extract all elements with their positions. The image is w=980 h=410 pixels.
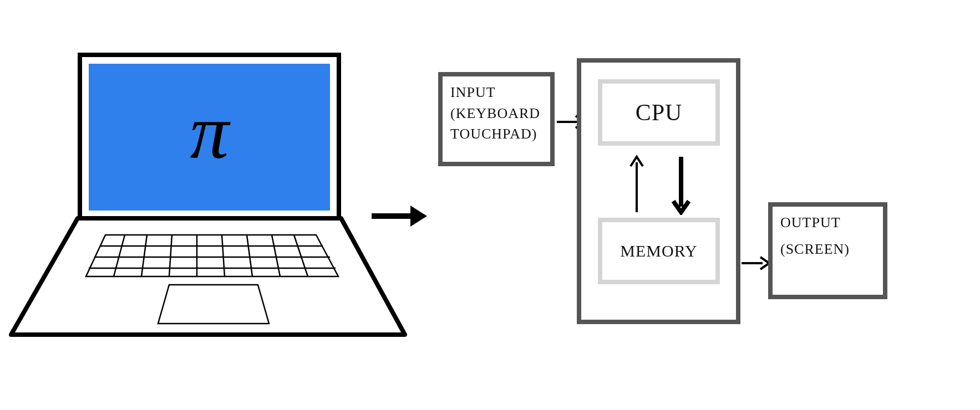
input-detail-line1: (KEYBOARD: [450, 103, 542, 124]
laptop-illustration: π: [78, 53, 341, 222]
memory-label: MEMORY: [620, 239, 697, 263]
diagram-root: π: [0, 0, 980, 410]
input-box: INPUT (KEYBOARD TOUCHPAD): [438, 72, 555, 166]
input-detail-line2: TOUCHPAD): [450, 124, 542, 145]
arrow-memory-to-cpu-icon: [626, 154, 648, 215]
laptop-base-icon: [6, 216, 416, 382]
processor-box: CPU MEMORY: [577, 58, 740, 324]
cpu-label: CPU: [636, 96, 683, 130]
laptop-screen: π: [89, 64, 330, 211]
arrow-memory-to-output-icon: [740, 255, 771, 271]
output-detail: (SCREEN): [780, 239, 875, 260]
output-title: OUTPUT: [780, 212, 875, 233]
pi-symbol-icon: π: [190, 87, 229, 176]
laptop-screen-frame: π: [78, 53, 341, 222]
cpu-box: CPU: [598, 79, 720, 146]
arrow-cpu-to-memory-icon: [670, 154, 692, 215]
input-title: INPUT: [450, 82, 542, 103]
output-box: OUTPUT (SCREEN): [768, 202, 887, 299]
arrow-laptop-to-diagram-icon: [369, 202, 430, 230]
memory-box: MEMORY: [598, 218, 720, 284]
